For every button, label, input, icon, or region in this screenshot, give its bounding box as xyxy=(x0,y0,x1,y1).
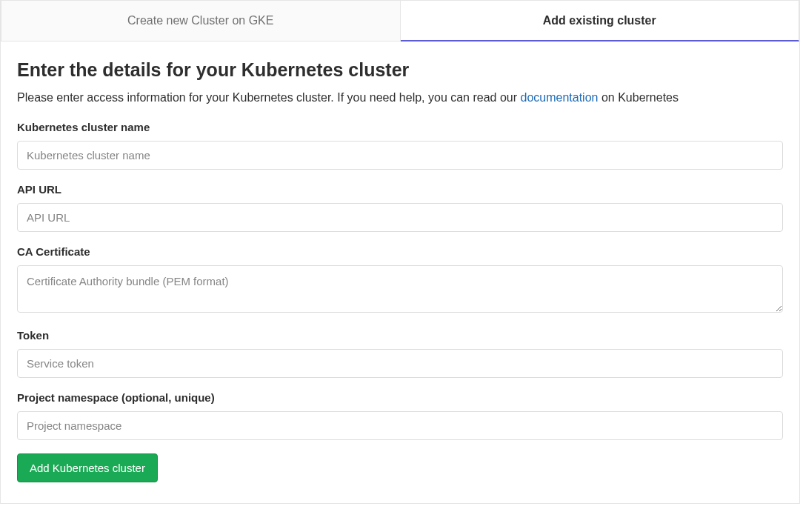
add-cluster-button[interactable]: Add Kubernetes cluster xyxy=(17,453,158,482)
namespace-input[interactable] xyxy=(17,411,783,440)
token-label: Token xyxy=(17,329,783,342)
intro-text: Please enter access information for your… xyxy=(17,91,783,104)
field-cluster-name: Kubernetes cluster name xyxy=(17,121,783,170)
intro-suffix: on Kubernetes xyxy=(598,91,679,104)
documentation-link[interactable]: documentation xyxy=(521,91,599,104)
api-url-input[interactable] xyxy=(17,203,783,232)
cluster-form-panel: Create new Cluster on GKE Add existing c… xyxy=(0,0,800,504)
intro-prefix: Please enter access information for your… xyxy=(17,91,521,104)
field-token: Token xyxy=(17,329,783,378)
tabs: Create new Cluster on GKE Add existing c… xyxy=(1,0,799,41)
page-title: Enter the details for your Kubernetes cl… xyxy=(17,59,783,81)
field-ca-cert: CA Certificate xyxy=(17,245,783,316)
ca-cert-label: CA Certificate xyxy=(17,245,783,258)
api-url-label: API URL xyxy=(17,183,783,196)
namespace-label: Project namespace (optional, unique) xyxy=(17,391,783,404)
ca-cert-textarea[interactable] xyxy=(17,265,783,313)
tab-create-gke[interactable]: Create new Cluster on GKE xyxy=(1,0,401,41)
token-input[interactable] xyxy=(17,349,783,378)
cluster-name-label: Kubernetes cluster name xyxy=(17,121,783,133)
form-content: Enter the details for your Kubernetes cl… xyxy=(1,41,799,503)
field-api-url: API URL xyxy=(17,183,783,232)
field-namespace: Project namespace (optional, unique) xyxy=(17,391,783,440)
tab-add-existing[interactable]: Add existing cluster xyxy=(401,0,800,41)
cluster-name-input[interactable] xyxy=(17,141,783,170)
